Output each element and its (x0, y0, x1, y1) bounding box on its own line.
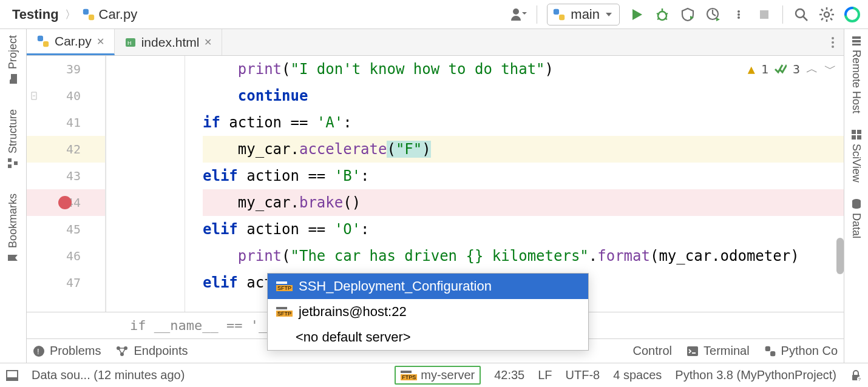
tab-car-py[interactable]: Car.py ✕ (27, 29, 115, 55)
svg-line-17 (803, 16, 807, 21)
lock-icon[interactable]: ? (850, 369, 862, 382)
structure-tool[interactable]: Structure (7, 109, 19, 169)
database-tool[interactable]: Datal (850, 198, 863, 238)
svg-rect-31 (43, 41, 49, 47)
problems-icon: ! (33, 345, 45, 357)
inspections-widget[interactable]: ▲1 3 ︿ ﹀ (748, 61, 836, 77)
gutter-line: 39 (27, 56, 105, 82)
tab-label: Car.py (55, 34, 92, 49)
sciview-tool[interactable]: SciView (850, 129, 863, 183)
popup-item-label: SSH_Deployment_Configuration (299, 278, 492, 294)
tab-bar-more-icon[interactable] (830, 29, 844, 55)
remote-host-tool[interactable]: Remote Host (850, 35, 863, 113)
interpreter-widget[interactable]: Python 3.8 (MyPythonProject) (675, 368, 836, 382)
svg-text:?: ? (858, 377, 861, 382)
settings-icon[interactable] (818, 6, 835, 23)
deployment-server-popup: SFTP SSH_Deployment_Configuration SFTP j… (267, 273, 589, 351)
warning-count: 1 (761, 62, 768, 76)
scrollbar-thumb[interactable] (836, 238, 844, 274)
breadcrumb-file[interactable]: Car.py (82, 7, 138, 22)
sftp-icon: SFTP (276, 281, 293, 291)
deployment-server-widget[interactable]: FTPS my-server (395, 366, 481, 385)
project-tool[interactable]: Project (7, 35, 19, 85)
more-run-icon[interactable] (730, 6, 747, 23)
bookmarks-label: Bookmarks (7, 194, 19, 248)
svg-rect-27 (8, 164, 12, 168)
database-icon (851, 198, 862, 209)
run-config-selector[interactable]: main (547, 4, 620, 25)
svg-rect-43 (687, 346, 698, 356)
terminal-tool[interactable]: Terminal (687, 344, 750, 358)
breadcrumb-project[interactable]: Testing (12, 7, 59, 22)
svg-rect-28 (8, 158, 12, 162)
gutter-line: 43 (27, 163, 105, 189)
svg-rect-1 (89, 15, 94, 20)
svg-point-35 (832, 41, 834, 44)
structure-label: Structure (7, 109, 19, 153)
svg-point-16 (796, 9, 804, 18)
toolbar-separator (537, 5, 537, 24)
svg-point-14 (737, 16, 740, 19)
indent-guides (106, 56, 203, 312)
status-bar: Data sou... (12 minutes ago) FTPS my-ser… (0, 363, 868, 387)
left-tool-rail: Project Structure Bookmarks (0, 29, 27, 363)
right-tool-rail: Remote Host SciView Datal (844, 29, 868, 363)
run-config-label: main (571, 7, 600, 22)
popup-item-label: jetbrains@host:22 (299, 304, 407, 320)
check-icon (775, 64, 787, 74)
svg-rect-0 (83, 8, 88, 14)
ftps-icon: FTPS (401, 371, 417, 380)
cursor-position[interactable]: 42:35 (494, 368, 524, 382)
popup-item[interactable]: SFTP jetbrains@host:22 (268, 299, 588, 325)
breadcrumb-separator: 〉 (65, 7, 76, 22)
jetbrains-logo-icon[interactable] (844, 6, 861, 23)
gutter-line (27, 296, 105, 305)
endpoints-icon (115, 345, 129, 357)
bookmarks-tool[interactable]: Bookmarks (7, 194, 19, 264)
close-icon[interactable]: ✕ (204, 36, 212, 48)
svg-text:!: ! (37, 347, 39, 356)
bookmark-icon (7, 252, 19, 264)
gutter-line: 47 (27, 269, 105, 296)
line-separator[interactable]: LF (538, 368, 552, 382)
top-toolbar: Testing 〉 Car.py main (0, 0, 868, 29)
vcs-status[interactable]: Data sou... (12 minutes ago) (32, 368, 185, 382)
indent-widget[interactable]: 4 spaces (613, 368, 662, 382)
run-button[interactable] (628, 6, 645, 23)
tab-index-html[interactable]: H index.html ✕ (115, 29, 223, 55)
profile-button[interactable] (705, 6, 722, 23)
search-icon[interactable] (793, 6, 810, 23)
project-label: Project (7, 35, 19, 69)
popup-item[interactable]: <no default server> (268, 325, 588, 350)
server-icon (851, 35, 862, 46)
gutter[interactable]: 39 40 41 42 43 44 45 46 47 (27, 56, 106, 312)
tool-window-quick-icon[interactable] (6, 370, 18, 381)
tab-label: index.html (141, 35, 200, 50)
python-icon (764, 345, 776, 357)
folder-icon (7, 73, 19, 85)
coverage-button[interactable] (679, 6, 696, 23)
next-highlight-icon[interactable]: ﹀ (824, 61, 836, 77)
debug-button[interactable] (654, 6, 671, 23)
toolbar-right: main (510, 4, 861, 25)
gutter-line-breakpoint: 44 (27, 189, 105, 216)
svg-point-12 (737, 10, 740, 13)
file-encoding[interactable]: UTF-8 (566, 368, 600, 382)
svg-rect-4 (559, 15, 565, 20)
version-control-tool[interactable]: Control (633, 344, 672, 358)
prev-highlight-icon[interactable]: ︿ (806, 61, 818, 77)
sftp-icon: SFTP (276, 307, 293, 317)
svg-rect-47 (852, 40, 861, 42)
gutter-line: 41 (27, 109, 105, 136)
close-icon[interactable]: ✕ (97, 36, 104, 47)
chevron-down-icon (605, 10, 613, 19)
user-icon[interactable] (510, 6, 527, 23)
html-file-icon: H (124, 36, 137, 49)
svg-rect-30 (38, 36, 43, 41)
fold-icon[interactable] (29, 91, 39, 101)
problems-tool[interactable]: !Problems (33, 344, 101, 358)
stop-button (756, 6, 773, 23)
popup-item[interactable]: SFTP SSH_Deployment_Configuration (268, 274, 588, 299)
endpoints-tool[interactable]: Endpoints (115, 344, 188, 358)
python-console-tool[interactable]: Python Co (764, 344, 838, 358)
